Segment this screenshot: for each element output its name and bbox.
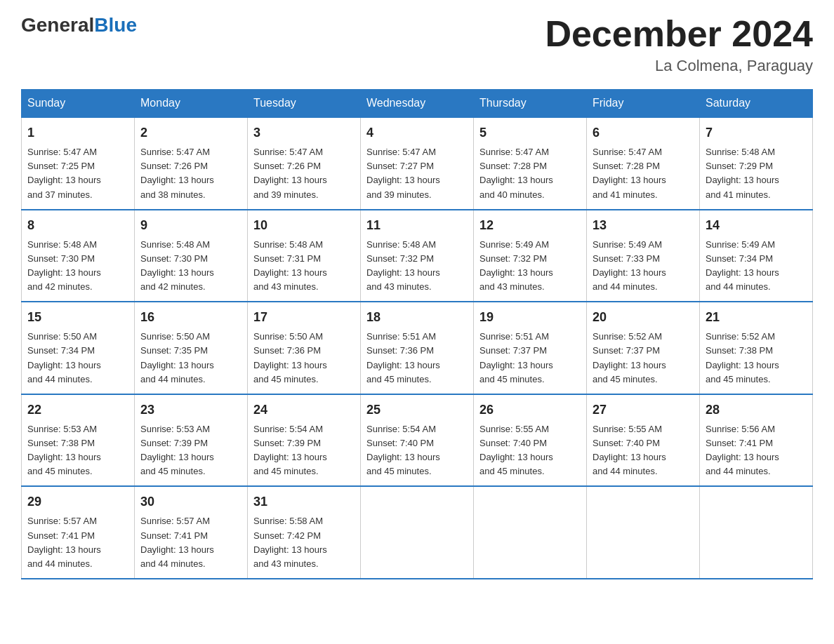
day-info: Sunrise: 5:50 AM Sunset: 7:35 PM Dayligh…: [140, 330, 241, 387]
calendar-cell: 25 Sunrise: 5:54 AM Sunset: 7:40 PM Dayl…: [361, 394, 474, 487]
day-info: Sunrise: 5:52 AM Sunset: 7:37 PM Dayligh…: [593, 330, 694, 387]
calendar-cell: 18 Sunrise: 5:51 AM Sunset: 7:36 PM Dayl…: [361, 302, 474, 394]
day-number: 21: [706, 308, 807, 327]
calendar-cell: 26 Sunrise: 5:55 AM Sunset: 7:40 PM Dayl…: [474, 394, 587, 487]
day-info: Sunrise: 5:49 AM Sunset: 7:34 PM Dayligh…: [706, 238, 807, 295]
day-number: 16: [140, 308, 241, 327]
day-info: Sunrise: 5:47 AM Sunset: 7:28 PM Dayligh…: [479, 145, 581, 202]
calendar-cell: 27 Sunrise: 5:55 AM Sunset: 7:40 PM Dayl…: [587, 394, 700, 487]
day-info: Sunrise: 5:50 AM Sunset: 7:34 PM Dayligh…: [27, 330, 128, 387]
day-number: 20: [593, 308, 694, 327]
day-number: 26: [479, 401, 581, 420]
calendar-cell: 6 Sunrise: 5:47 AM Sunset: 7:28 PM Dayli…: [587, 117, 700, 210]
calendar-cell: 11 Sunrise: 5:48 AM Sunset: 7:32 PM Dayl…: [361, 210, 474, 302]
day-info: Sunrise: 5:50 AM Sunset: 7:36 PM Dayligh…: [253, 330, 355, 387]
header-day-friday: Friday: [587, 90, 700, 118]
calendar-cell: 17 Sunrise: 5:50 AM Sunset: 7:36 PM Dayl…: [248, 302, 361, 394]
calendar-cell: 31 Sunrise: 5:58 AM Sunset: 7:42 PM Dayl…: [248, 486, 361, 579]
day-number: 9: [140, 216, 241, 235]
calendar-cell: 30 Sunrise: 5:57 AM Sunset: 7:41 PM Dayl…: [135, 486, 248, 579]
day-info: Sunrise: 5:57 AM Sunset: 7:41 PM Dayligh…: [140, 514, 241, 571]
day-number: 4: [366, 123, 468, 142]
day-number: 17: [253, 308, 355, 327]
logo-text-general: General: [21, 14, 94, 36]
day-info: Sunrise: 5:49 AM Sunset: 7:32 PM Dayligh…: [479, 238, 581, 295]
calendar-cell: 3 Sunrise: 5:47 AM Sunset: 7:26 PM Dayli…: [248, 117, 361, 210]
calendar-cell: [474, 486, 587, 579]
day-info: Sunrise: 5:47 AM Sunset: 7:26 PM Dayligh…: [140, 145, 241, 202]
calendar-cell: 22 Sunrise: 5:53 AM Sunset: 7:38 PM Dayl…: [22, 394, 135, 487]
day-number: 24: [253, 401, 355, 420]
day-number: 10: [253, 216, 355, 235]
calendar-cell: 12 Sunrise: 5:49 AM Sunset: 7:32 PM Dayl…: [474, 210, 587, 302]
day-info: Sunrise: 5:48 AM Sunset: 7:29 PM Dayligh…: [706, 145, 807, 202]
calendar-cell: [587, 486, 700, 579]
calendar-cell: 21 Sunrise: 5:52 AM Sunset: 7:38 PM Dayl…: [700, 302, 813, 394]
day-info: Sunrise: 5:55 AM Sunset: 7:40 PM Dayligh…: [479, 422, 581, 479]
calendar-table: SundayMondayTuesdayWednesdayThursdayFrid…: [21, 89, 813, 579]
calendar-cell: 13 Sunrise: 5:49 AM Sunset: 7:33 PM Dayl…: [587, 210, 700, 302]
day-info: Sunrise: 5:48 AM Sunset: 7:31 PM Dayligh…: [253, 238, 355, 295]
day-info: Sunrise: 5:47 AM Sunset: 7:28 PM Dayligh…: [593, 145, 694, 202]
day-info: Sunrise: 5:55 AM Sunset: 7:40 PM Dayligh…: [593, 422, 694, 479]
day-number: 1: [27, 123, 128, 142]
logo-text-blue: Blue: [94, 14, 137, 36]
title-area: December 2024 La Colmena, Paraguay: [545, 14, 813, 75]
day-number: 29: [27, 492, 128, 511]
day-info: Sunrise: 5:47 AM Sunset: 7:27 PM Dayligh…: [366, 145, 468, 202]
header-day-tuesday: Tuesday: [248, 90, 361, 118]
calendar-cell: 23 Sunrise: 5:53 AM Sunset: 7:39 PM Dayl…: [135, 394, 248, 487]
calendar-cell: 1 Sunrise: 5:47 AM Sunset: 7:25 PM Dayli…: [22, 117, 135, 210]
logo: General Blue: [21, 14, 137, 36]
calendar-cell: 28 Sunrise: 5:56 AM Sunset: 7:41 PM Dayl…: [700, 394, 813, 487]
header: General Blue December 2024 La Colmena, P…: [21, 14, 813, 75]
day-number: 2: [140, 123, 241, 142]
calendar-cell: 19 Sunrise: 5:51 AM Sunset: 7:37 PM Dayl…: [474, 302, 587, 394]
calendar-cell: [700, 486, 813, 579]
day-info: Sunrise: 5:49 AM Sunset: 7:33 PM Dayligh…: [593, 238, 694, 295]
calendar-cell: [361, 486, 474, 579]
calendar-cell: 29 Sunrise: 5:57 AM Sunset: 7:41 PM Dayl…: [22, 486, 135, 579]
calendar-cell: 10 Sunrise: 5:48 AM Sunset: 7:31 PM Dayl…: [248, 210, 361, 302]
calendar-cell: 8 Sunrise: 5:48 AM Sunset: 7:30 PM Dayli…: [22, 210, 135, 302]
day-number: 23: [140, 401, 241, 420]
day-number: 28: [706, 401, 807, 420]
day-number: 7: [706, 123, 807, 142]
day-number: 3: [253, 123, 355, 142]
calendar-header: SundayMondayTuesdayWednesdayThursdayFrid…: [22, 90, 813, 118]
day-number: 25: [366, 401, 468, 420]
calendar-body: 1 Sunrise: 5:47 AM Sunset: 7:25 PM Dayli…: [22, 117, 813, 579]
header-day-monday: Monday: [135, 90, 248, 118]
day-info: Sunrise: 5:53 AM Sunset: 7:39 PM Dayligh…: [140, 422, 241, 479]
day-number: 19: [479, 308, 581, 327]
location-subtitle: La Colmena, Paraguay: [545, 57, 813, 75]
calendar-week-2: 8 Sunrise: 5:48 AM Sunset: 7:30 PM Dayli…: [22, 210, 813, 302]
day-number: 12: [479, 216, 581, 235]
day-number: 27: [593, 401, 694, 420]
day-number: 8: [27, 216, 128, 235]
header-day-sunday: Sunday: [22, 90, 135, 118]
day-number: 18: [366, 308, 468, 327]
day-info: Sunrise: 5:52 AM Sunset: 7:38 PM Dayligh…: [706, 330, 807, 387]
header-day-thursday: Thursday: [474, 90, 587, 118]
day-info: Sunrise: 5:51 AM Sunset: 7:36 PM Dayligh…: [366, 330, 468, 387]
day-info: Sunrise: 5:58 AM Sunset: 7:42 PM Dayligh…: [253, 514, 355, 571]
day-info: Sunrise: 5:56 AM Sunset: 7:41 PM Dayligh…: [706, 422, 807, 479]
day-info: Sunrise: 5:48 AM Sunset: 7:30 PM Dayligh…: [140, 238, 241, 295]
header-row: SundayMondayTuesdayWednesdayThursdayFrid…: [22, 90, 813, 118]
calendar-cell: 9 Sunrise: 5:48 AM Sunset: 7:30 PM Dayli…: [135, 210, 248, 302]
day-info: Sunrise: 5:47 AM Sunset: 7:26 PM Dayligh…: [253, 145, 355, 202]
calendar-cell: 7 Sunrise: 5:48 AM Sunset: 7:29 PM Dayli…: [700, 117, 813, 210]
calendar-cell: 2 Sunrise: 5:47 AM Sunset: 7:26 PM Dayli…: [135, 117, 248, 210]
day-number: 22: [27, 401, 128, 420]
header-day-saturday: Saturday: [700, 90, 813, 118]
month-year-title: December 2024: [545, 14, 813, 54]
day-number: 30: [140, 492, 241, 511]
day-number: 31: [253, 492, 355, 511]
day-info: Sunrise: 5:54 AM Sunset: 7:40 PM Dayligh…: [366, 422, 468, 479]
calendar-week-1: 1 Sunrise: 5:47 AM Sunset: 7:25 PM Dayli…: [22, 117, 813, 210]
day-number: 6: [593, 123, 694, 142]
calendar-cell: 14 Sunrise: 5:49 AM Sunset: 7:34 PM Dayl…: [700, 210, 813, 302]
calendar-cell: 5 Sunrise: 5:47 AM Sunset: 7:28 PM Dayli…: [474, 117, 587, 210]
calendar-cell: 16 Sunrise: 5:50 AM Sunset: 7:35 PM Dayl…: [135, 302, 248, 394]
